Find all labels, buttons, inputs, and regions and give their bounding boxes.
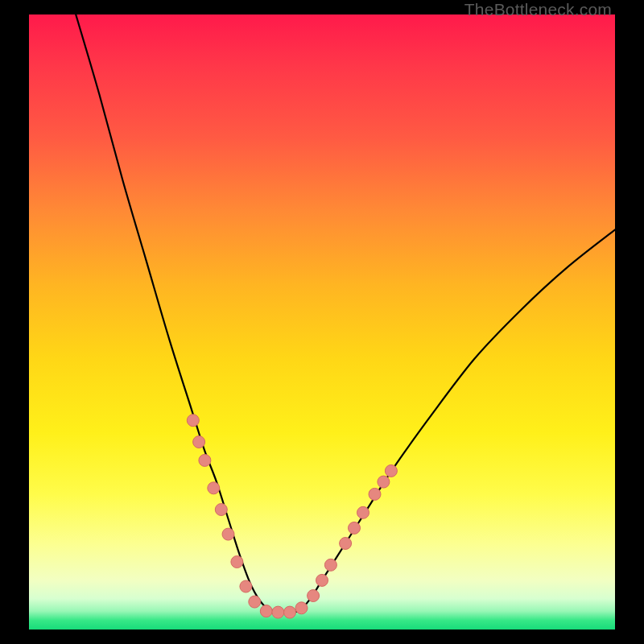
curve-marker bbox=[308, 590, 320, 602]
curve-marker bbox=[208, 482, 220, 494]
curve-marker bbox=[222, 528, 234, 540]
curve-marker bbox=[199, 454, 211, 466]
curve-marker bbox=[240, 580, 252, 592]
watermark-text: TheBottleneck.com bbox=[464, 0, 612, 19]
curve-marker bbox=[324, 559, 336, 571]
curve-marker bbox=[385, 464, 397, 477]
curve-marker bbox=[349, 522, 361, 534]
curve-marker bbox=[284, 606, 296, 618]
bottleneck-curve bbox=[76, 14, 615, 612]
curve-layer bbox=[29, 14, 615, 630]
curve-marker bbox=[260, 605, 272, 617]
curve-marker bbox=[193, 436, 205, 448]
curve-markers bbox=[187, 415, 397, 618]
curve-marker bbox=[340, 538, 352, 550]
plot-area bbox=[29, 14, 615, 630]
chart-frame: TheBottleneck.com bbox=[0, 0, 644, 644]
curve-marker bbox=[357, 506, 369, 518]
curve-marker bbox=[249, 596, 261, 608]
curve-marker bbox=[215, 504, 227, 516]
curve-marker bbox=[272, 606, 284, 618]
curve-marker bbox=[187, 415, 199, 427]
curve-marker bbox=[295, 602, 308, 614]
curve-marker bbox=[231, 556, 243, 568]
curve-marker bbox=[378, 476, 390, 488]
curve-marker bbox=[316, 574, 328, 586]
curve-marker bbox=[369, 488, 381, 500]
